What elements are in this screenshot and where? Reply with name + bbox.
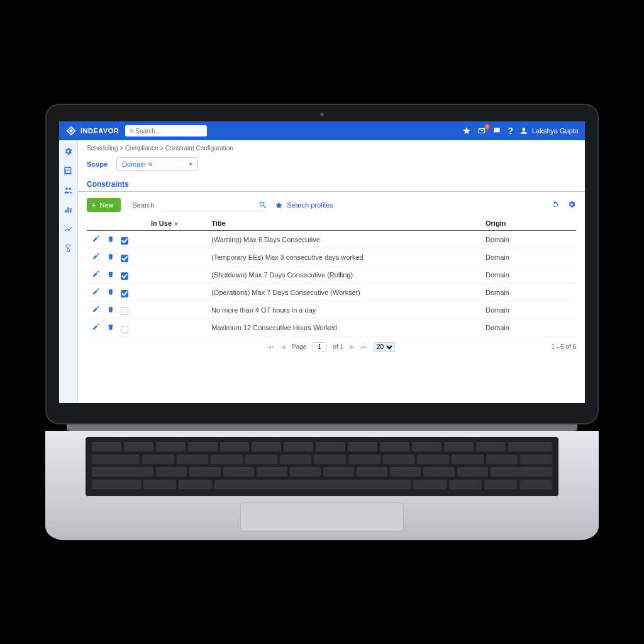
trackpad: [240, 502, 404, 531]
in-use-checkbox[interactable]: [121, 272, 128, 280]
edit-icon[interactable]: [91, 269, 101, 279]
cell-title: (Temporary EEs) Max 3 consecutive days w…: [208, 248, 482, 266]
cell-origin: Domain: [482, 231, 576, 248]
left-rail: [59, 140, 78, 403]
in-use-checkbox[interactable]: [121, 308, 128, 315]
mail-icon[interactable]: 1: [477, 126, 486, 135]
pager-prev[interactable]: ◀: [280, 343, 286, 350]
cell-origin: Domain: [482, 319, 576, 336]
cell-title: (Shutdown) Max 7 Days Consecutive (Rolli…: [208, 266, 482, 284]
table-row: (Operations) Max 7 Days Consecutive (Wor…: [87, 284, 576, 301]
app-screen: INDEAVOR 1 ?: [59, 121, 585, 403]
delete-icon[interactable]: [106, 269, 116, 279]
help-icon[interactable]: ?: [508, 126, 513, 136]
in-use-checkbox[interactable]: [121, 237, 128, 245]
breadcrumb[interactable]: Scheduling > Compliance > Constraint Con…: [78, 140, 585, 155]
pager-of-label: of 1: [333, 343, 343, 350]
chat-icon[interactable]: [492, 126, 501, 135]
chevron-down-icon: ▾: [189, 161, 192, 167]
favorites-icon[interactable]: [462, 126, 471, 135]
pager-page-label: Page: [292, 343, 306, 350]
in-use-checkbox[interactable]: [121, 290, 128, 297]
global-search[interactable]: [125, 125, 207, 136]
laptop-frame: INDEAVOR 1 ?: [45, 104, 599, 540]
col-title[interactable]: Title: [208, 217, 482, 231]
cell-origin: Domain: [482, 248, 576, 266]
search-icon: [129, 128, 135, 135]
brand-name: INDEAVOR: [80, 127, 119, 135]
delete-icon[interactable]: [106, 287, 116, 297]
search-label: Search: [132, 201, 154, 209]
delete-icon[interactable]: [106, 322, 116, 332]
pager: ⏮ ◀ Page of 1 ▶ ⏭ 20 1 - 6 of 6: [78, 337, 585, 357]
cell-origin: Domain: [482, 284, 576, 301]
rail-calendar-icon[interactable]: [64, 166, 73, 177]
pager-size-select[interactable]: 20: [374, 342, 395, 352]
edit-icon[interactable]: [91, 252, 101, 262]
search-profiles-link[interactable]: Search profiles: [275, 201, 333, 209]
edit-icon[interactable]: [91, 322, 101, 332]
cell-title: No more than 4 OT hours in a day: [208, 301, 482, 319]
edit-icon[interactable]: [91, 304, 101, 314]
search-profiles-label: Search profiles: [287, 201, 333, 209]
gear-icon[interactable]: [567, 200, 576, 210]
topbar: INDEAVOR 1 ?: [59, 121, 585, 140]
delete-icon[interactable]: [106, 234, 116, 244]
user-icon: [519, 126, 528, 135]
pager-last[interactable]: ⏭: [361, 343, 367, 350]
delete-icon[interactable]: [106, 304, 116, 314]
col-in-use[interactable]: In Use▼: [147, 217, 208, 231]
list-search-input[interactable]: [162, 199, 262, 211]
refresh-icon[interactable]: [551, 200, 560, 210]
hinge: [67, 425, 577, 431]
plus-icon: +: [92, 201, 96, 209]
in-use-checkbox[interactable]: [121, 255, 128, 262]
new-button-label: New: [99, 201, 113, 209]
scope-value: Domain: [122, 160, 146, 168]
camera-dot: [320, 113, 324, 116]
col-origin[interactable]: Origin: [482, 217, 576, 231]
user-name: Lakshya Gupta: [532, 127, 579, 135]
keyboard: [86, 437, 558, 496]
main-content: Scheduling > Compliance > Constraint Con…: [78, 140, 585, 403]
cell-origin: Domain: [482, 301, 576, 319]
scope-clear-icon[interactable]: ✕: [148, 161, 153, 168]
scope-label: Scope: [87, 160, 108, 168]
laptop-deck: [45, 431, 599, 540]
rail-people-icon[interactable]: [64, 186, 73, 196]
table-row: No more than 4 OT hours in a dayDomain: [87, 301, 576, 319]
mail-badge: 1: [484, 124, 491, 130]
table-row: (Temporary EEs) Max 3 consecutive days w…: [87, 248, 576, 266]
rail-settings-icon[interactable]: [64, 147, 73, 157]
rail-analytics-icon[interactable]: [64, 225, 73, 235]
edit-icon[interactable]: [91, 234, 101, 244]
pager-page-input[interactable]: [313, 342, 326, 352]
rail-chart-icon[interactable]: [64, 205, 73, 216]
scope-select[interactable]: Domain ✕ ▾: [116, 157, 198, 171]
table-row: (Warning) Max 6 Days ConsecutiveDomain: [87, 231, 576, 248]
new-button[interactable]: + New: [87, 198, 121, 212]
global-search-input[interactable]: [135, 128, 203, 135]
user-menu[interactable]: Lakshya Gupta: [519, 126, 579, 135]
constraints-table: In Use▼ Title Origin (Warning) Max 6 Day…: [87, 217, 576, 337]
pager-range: 1 - 6 of 6: [552, 343, 576, 350]
edit-icon[interactable]: [91, 287, 101, 297]
pager-first[interactable]: ⏮: [268, 343, 274, 350]
delete-icon[interactable]: [106, 252, 116, 262]
cell-title: (Warning) Max 6 Days Consecutive: [208, 231, 482, 248]
rail-timer-icon[interactable]: [64, 244, 73, 255]
cell-origin: Domain: [482, 266, 576, 284]
screen-bezel: INDEAVOR 1 ?: [45, 104, 599, 425]
table-row: (Shutdown) Max 7 Days Consecutive (Rolli…: [87, 266, 576, 284]
sort-desc-icon: ▼: [174, 221, 179, 227]
cell-title: (Operations) Max 7 Days Consecutive (Wor…: [208, 284, 482, 301]
brand[interactable]: INDEAVOR: [65, 125, 119, 136]
brand-logo-icon: [65, 125, 77, 136]
cell-title: Maximum 12 Consecutive Hours Worked: [208, 319, 482, 336]
table-header-row: In Use▼ Title Origin: [87, 217, 576, 231]
section-title: Constraints: [78, 176, 585, 192]
star-icon: [275, 201, 283, 209]
in-use-checkbox[interactable]: [121, 326, 128, 333]
pager-next[interactable]: ▶: [350, 343, 355, 350]
scope-row: Scope Domain ✕ ▾: [78, 155, 585, 176]
